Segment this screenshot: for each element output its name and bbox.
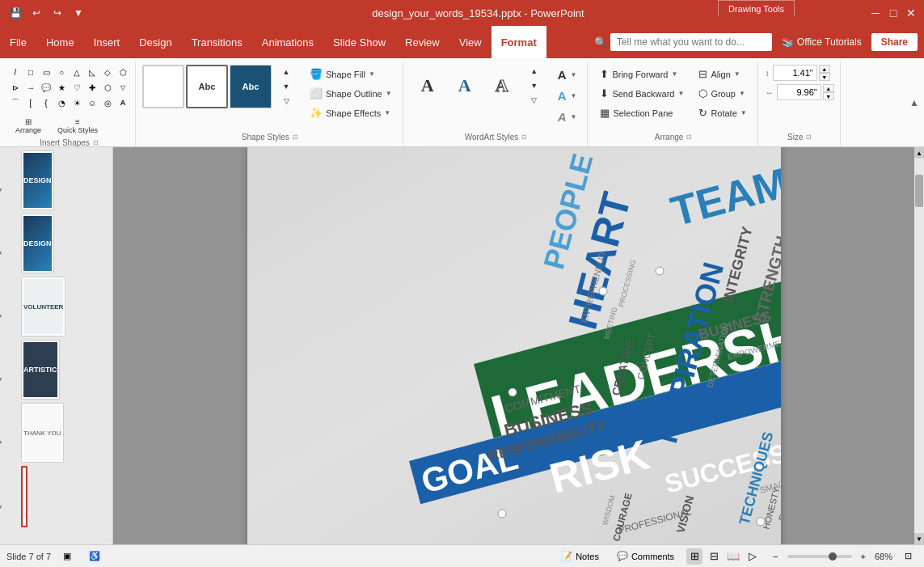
shape-text[interactable]: A [116, 95, 130, 110]
normal-view-btn[interactable]: ⊞ [686, 548, 702, 565]
shape-donut[interactable]: ◎ [100, 95, 115, 110]
shape-outline-btn[interactable]: ⬜ Shape Outline ▼ [304, 84, 398, 103]
send-backward-arrow[interactable]: ▼ [677, 90, 684, 97]
menu-design[interactable]: Design [129, 26, 181, 58]
shape-star[interactable]: ★ [54, 80, 69, 95]
slideshow-btn[interactable]: ▷ [745, 548, 761, 565]
menu-review[interactable]: Review [395, 26, 449, 58]
styles-scroll-down[interactable]: ▼ [273, 80, 299, 93]
rotate-arrow[interactable]: ▼ [740, 109, 747, 116]
shape-heart[interactable]: ♡ [70, 80, 84, 95]
text-effects-arrow[interactable]: ▼ [570, 113, 576, 121]
slide-thumb-3[interactable]: DESIGN [21, 214, 54, 273]
slide-thumb-5[interactable]: ARTISTIC [21, 340, 60, 400]
menu-slideshow[interactable]: Slide Show [323, 26, 395, 58]
shape-chevron[interactable]: ⊳ [8, 80, 23, 95]
insert-shapes-expand[interactable]: ⊡ [93, 139, 99, 146]
text-outline-btn[interactable]: A ▼ [552, 86, 583, 106]
fit-window-btn[interactable]: ⊡ [899, 548, 918, 564]
shape-pentagon[interactable]: ⬠ [116, 65, 130, 79]
style-preview-2[interactable]: Abc [186, 65, 228, 108]
menu-view[interactable]: View [449, 26, 492, 58]
shape-brace[interactable]: { [39, 95, 53, 110]
group-btn[interactable]: ⬡ Group ▼ [693, 84, 752, 103]
text-effects-btn[interactable]: A ▼ [552, 107, 583, 127]
shape-outline-arrow[interactable]: ▼ [386, 90, 392, 97]
height-down[interactable]: ▼ [819, 73, 830, 81]
menu-format[interactable]: Format [492, 26, 546, 58]
text-outline-arrow[interactable]: ▼ [570, 92, 576, 99]
bring-forward-btn[interactable]: ⬆ Bring Forward ▼ [594, 65, 690, 83]
size-expand[interactable]: ⊡ [806, 133, 812, 141]
wordart-style-2[interactable]: A [447, 68, 483, 104]
wordart-style-1[interactable]: A [410, 68, 445, 104]
shape-moon[interactable]: ◔ [54, 95, 69, 110]
style-preview-1[interactable] [142, 65, 184, 108]
shape-more[interactable]: ▽ [116, 80, 130, 95]
wordart-expand[interactable]: ▽ [521, 94, 547, 107]
office-tutorials-btn[interactable]: 📚 Office Tutorials [775, 33, 868, 51]
slide-thumb-6[interactable]: THANK YOU [21, 403, 64, 463]
align-arrow[interactable]: ▼ [734, 70, 740, 78]
shape-effects-btn[interactable]: ✨ Shape Effects ▼ [304, 104, 398, 122]
arrange-expand[interactable]: ⊡ [686, 133, 692, 141]
send-backward-btn[interactable]: ⬇ Send Backward ▼ [594, 84, 690, 103]
slide-sorter-btn[interactable]: ⊟ [706, 548, 722, 565]
comments-btn[interactable]: 💬 Comments [611, 548, 680, 564]
shape-oval[interactable]: ○ [54, 65, 69, 79]
shape-round-rect[interactable]: ▭ [39, 65, 53, 79]
shape-fill-btn[interactable]: 🪣 Shape Fill ▼ [304, 65, 398, 83]
shape-arrow[interactable]: → [23, 80, 38, 95]
shape-callout[interactable]: 💬 [39, 80, 53, 95]
shape-styles-expand[interactable]: ⊡ [293, 133, 298, 141]
slide-thumb-7[interactable]: LEADERSHIP TEAMWORK [21, 466, 27, 527]
width-down[interactable]: ▼ [823, 92, 834, 100]
shape-smiley[interactable]: ☺ [85, 95, 99, 110]
rotate-btn[interactable]: ↻ Rotate ▼ [693, 104, 752, 122]
height-input[interactable] [773, 65, 817, 81]
zoom-in-btn[interactable]: + [855, 549, 871, 564]
wordart-styles-expand[interactable]: ⊡ [521, 133, 527, 141]
shape-diamond[interactable]: ◇ [100, 65, 115, 79]
close-btn[interactable]: ✕ [905, 6, 918, 19]
styles-expand[interactable]: ▽ [273, 95, 299, 108]
group-arrow[interactable]: ▼ [739, 90, 745, 97]
redo-quick-btn[interactable]: ↪ [49, 4, 66, 22]
wordart-scroll-down[interactable]: ▼ [521, 79, 547, 92]
search-input[interactable] [610, 33, 772, 51]
shape-bracket[interactable]: [ [23, 95, 38, 110]
shape-effects-arrow[interactable]: ▼ [384, 109, 390, 116]
wordart-scroll-up[interactable]: ▲ [521, 65, 547, 78]
scroll-thumb[interactable] [915, 175, 923, 207]
minimize-btn[interactable]: ─ [869, 6, 882, 19]
undo-quick-btn[interactable]: ↩ [27, 4, 45, 22]
menu-transitions[interactable]: Transitions [182, 26, 252, 58]
quick-styles-btn[interactable]: ≡ Quick Styles [50, 115, 105, 137]
shape-right-tri[interactable]: ◺ [85, 65, 99, 79]
style-preview-3[interactable]: Abc [230, 65, 272, 108]
menu-file[interactable]: File [0, 26, 36, 58]
bring-forward-arrow[interactable]: ▼ [671, 70, 677, 78]
canvas-area[interactable]: TEAMWORK LEADERSHIP GOAL RISK SUCCESS BU… [113, 147, 914, 544]
text-fill-btn[interactable]: A ▼ [552, 65, 583, 85]
reading-view-btn[interactable]: 📖 [725, 548, 741, 565]
shape-line[interactable]: / [8, 65, 23, 79]
slide-thumb-4[interactable]: VOLUNTEER [21, 277, 65, 336]
slide-thumb-2[interactable]: DESIGN [21, 150, 54, 210]
text-fill-arrow[interactable]: ▼ [570, 71, 576, 78]
scroll-down-btn[interactable]: ▼ [914, 533, 924, 544]
zoom-out-btn[interactable]: − [767, 549, 783, 564]
width-up[interactable]: ▲ [823, 84, 834, 92]
shape-cross[interactable]: ✚ [85, 80, 99, 95]
restore-btn[interactable]: □ [887, 6, 900, 19]
shape-cube[interactable]: ⬡ [100, 80, 115, 95]
shape-fill-arrow[interactable]: ▼ [369, 70, 375, 78]
shape-sun[interactable]: ☀ [70, 95, 84, 110]
slide-view-icon[interactable]: ▣ [57, 548, 77, 564]
shape-rect[interactable]: □ [23, 65, 38, 79]
arrange-btn[interactable]: ⊞ Arrange [8, 115, 49, 137]
ribbon-collapse-btn[interactable]: ▲ [908, 96, 921, 109]
shape-arc[interactable]: ⌒ [8, 95, 23, 110]
notes-btn[interactable]: 📝 Notes [555, 548, 605, 564]
styles-scroll-up[interactable]: ▲ [273, 66, 299, 78]
